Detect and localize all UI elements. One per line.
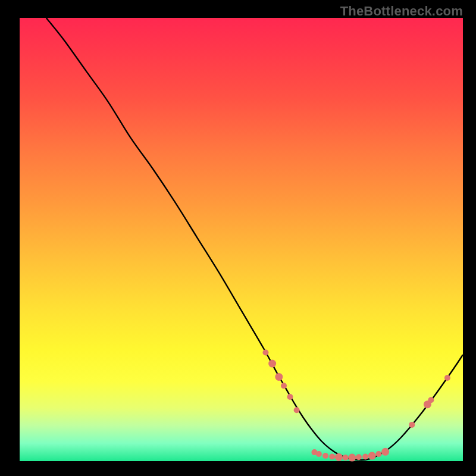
chart-plot-area (20, 18, 463, 461)
curve-marker (362, 454, 368, 460)
curve-marker (287, 394, 293, 400)
curve-marker (294, 407, 300, 413)
curve-marker (381, 448, 389, 456)
curve-marker (428, 397, 434, 403)
curve-marker (368, 452, 376, 460)
attribution-text: TheBottleneck.com (340, 4, 463, 19)
curve-marker (343, 455, 349, 461)
bottleneck-curve-path (46, 18, 463, 460)
curve-marker (329, 454, 335, 460)
curve-marker (268, 360, 276, 368)
curve-markers (262, 349, 450, 461)
curve-marker (316, 451, 322, 457)
curve-marker (409, 422, 415, 428)
curve-marker (275, 373, 283, 381)
curve-marker (375, 451, 381, 457)
curve-marker (281, 383, 287, 389)
bottleneck-curve-svg (20, 18, 463, 461)
curve-marker (356, 454, 362, 460)
curve-marker (262, 349, 268, 355)
curve-marker (444, 375, 450, 381)
curve-marker (348, 454, 356, 462)
curve-marker (335, 453, 343, 461)
curve-marker (322, 453, 328, 459)
